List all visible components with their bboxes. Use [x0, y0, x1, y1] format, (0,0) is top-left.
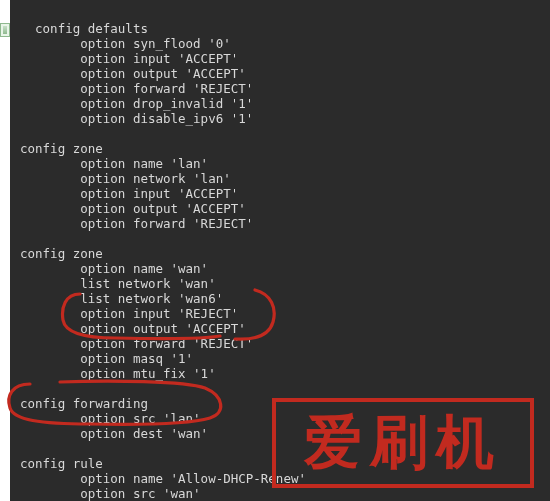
config-text: config defaults option syn_flood '0' opt… — [20, 21, 306, 501]
left-edge-icon — [0, 23, 10, 37]
terminal-config-view: config defaults option syn_flood '0' opt… — [10, 0, 550, 501]
